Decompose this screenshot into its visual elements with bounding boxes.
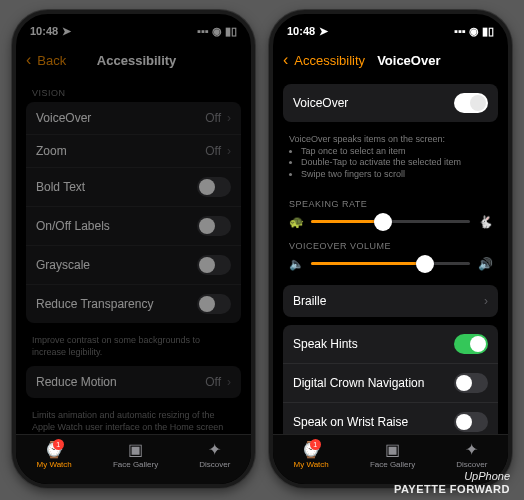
slider-header: SPEAKING RATE	[283, 197, 498, 215]
page-title: Accessibility	[97, 53, 177, 68]
watermark: UpPhone PAYETTE FORWARD	[394, 470, 510, 496]
battery-icon: ▮▯	[482, 25, 494, 38]
toggle-reduce-transparency[interactable]	[197, 294, 231, 314]
section-header-vision: VISION	[26, 76, 241, 102]
row-label: Speak on Wrist Raise	[293, 415, 408, 429]
bullet: Tap once to select an item	[301, 146, 492, 158]
row-label: Reduce Transparency	[36, 297, 153, 311]
toggle-grayscale[interactable]	[197, 255, 231, 275]
turtle-icon: 🐢	[289, 215, 303, 229]
tab-label: Discover	[456, 460, 487, 469]
tab-face-gallery[interactable]: ▣ Face Gallery	[370, 442, 415, 469]
row-bold-text: Bold Text	[26, 168, 241, 207]
reduce-motion-card: Reduce Motion Off›	[26, 366, 241, 398]
row-value: Off	[205, 144, 221, 158]
speaking-rate-slider[interactable]	[311, 220, 470, 223]
rabbit-icon: 🐇	[478, 215, 492, 229]
row-label: Grayscale	[36, 258, 90, 272]
back-chevron-icon[interactable]: ‹	[26, 51, 31, 69]
clock: 10:48	[287, 25, 315, 37]
content: VISION VoiceOver Off› Zoom Off› Bold Tex…	[16, 76, 251, 434]
chevron-right-icon: ›	[484, 294, 488, 308]
wifi-icon: ◉	[212, 25, 222, 38]
row-speak-hints: Speak Hints	[283, 325, 498, 364]
row-value: Off	[205, 111, 221, 125]
gallery-icon: ▣	[385, 442, 400, 458]
row-voiceover-master: VoiceOver	[283, 84, 498, 122]
page-title: VoiceOver	[377, 53, 440, 68]
speaking-rate-section: SPEAKING RATE 🐢 🐇	[283, 189, 498, 231]
badge: 1	[53, 439, 64, 450]
tabbar: ⌚ 1 My Watch ▣ Face Gallery ✦ Discover	[16, 434, 251, 484]
row-braille[interactable]: Braille ›	[283, 285, 498, 317]
tab-discover[interactable]: ✦ Discover	[199, 442, 230, 469]
tab-label: My Watch	[37, 460, 72, 469]
tab-label: Face Gallery	[370, 460, 415, 469]
location-icon: ➤	[319, 25, 328, 38]
row-label: Speak Hints	[293, 337, 358, 351]
voiceover-volume-slider[interactable]	[311, 262, 470, 265]
signal-icon: ▪▪▪	[197, 25, 209, 37]
tab-my-watch[interactable]: ⌚ 1 My Watch	[37, 442, 72, 469]
row-label: Reduce Motion	[36, 375, 117, 389]
back-chevron-icon[interactable]: ‹	[283, 51, 288, 69]
row-label: Zoom	[36, 144, 67, 158]
battery-icon: ▮▯	[225, 25, 237, 38]
row-speak-on-wrist-raise: Speak on Wrist Raise	[283, 403, 498, 434]
watermark-line1: UpPhone	[394, 470, 510, 483]
hint-motion: Limits animation and automatic resizing …	[26, 406, 241, 434]
row-reduce-transparency: Reduce Transparency	[26, 285, 241, 323]
tab-my-watch[interactable]: ⌚ 1 My Watch	[294, 442, 329, 469]
back-button[interactable]: Back	[37, 53, 66, 68]
bullet: Double-Tap to activate the selected item	[301, 157, 492, 169]
row-label: Braille	[293, 294, 326, 308]
tab-label: Face Gallery	[113, 460, 158, 469]
signal-icon: ▪▪▪	[454, 25, 466, 37]
desc-text: VoiceOver speaks items on the screen:	[289, 134, 445, 144]
toggle-onoff-labels[interactable]	[197, 216, 231, 236]
tab-label: My Watch	[294, 460, 329, 469]
row-reduce-motion[interactable]: Reduce Motion Off›	[26, 366, 241, 398]
row-voiceover[interactable]: VoiceOver Off›	[26, 102, 241, 135]
location-icon: ➤	[62, 25, 71, 38]
wifi-icon: ◉	[469, 25, 479, 38]
compass-icon: ✦	[465, 442, 478, 458]
vision-card: VoiceOver Off› Zoom Off› Bold Text On/Of…	[26, 102, 241, 323]
notch	[79, 14, 189, 34]
row-value: Off	[205, 375, 221, 389]
toggle-digital-crown-nav[interactable]	[454, 373, 488, 393]
voiceover-card: VoiceOver	[283, 84, 498, 122]
bullet: Swipe two fingers to scroll	[301, 169, 492, 181]
row-label: On/Off Labels	[36, 219, 110, 233]
chevron-right-icon: ›	[227, 111, 231, 125]
tab-discover[interactable]: ✦ Discover	[456, 442, 487, 469]
voiceover-description: VoiceOver speaks items on the screen: Ta…	[283, 130, 498, 189]
navbar: ‹ Accessibility VoiceOver	[273, 44, 508, 76]
badge: 1	[310, 439, 321, 450]
row-zoom[interactable]: Zoom Off›	[26, 135, 241, 168]
tab-face-gallery[interactable]: ▣ Face Gallery	[113, 442, 158, 469]
content: VoiceOver VoiceOver speaks items on the …	[273, 76, 508, 434]
toggle-voiceover[interactable]	[454, 93, 488, 113]
chevron-right-icon: ›	[227, 144, 231, 158]
row-label: VoiceOver	[36, 111, 91, 125]
navbar: ‹ Back Accessibility	[16, 44, 251, 76]
toggle-speak-hints[interactable]	[454, 334, 488, 354]
speaker-high-icon: 🔊	[478, 257, 492, 271]
toggle-bold-text[interactable]	[197, 177, 231, 197]
row-label: VoiceOver	[293, 96, 348, 110]
slider-header: VOICEOVER VOLUME	[283, 239, 498, 257]
row-grayscale: Grayscale	[26, 246, 241, 285]
back-button[interactable]: Accessibility	[294, 53, 365, 68]
voiceover-volume-section: VOICEOVER VOLUME 🔈 🔊	[283, 231, 498, 273]
braille-card: Braille ›	[283, 285, 498, 317]
tab-label: Discover	[199, 460, 230, 469]
compass-icon: ✦	[208, 442, 221, 458]
phone-left: 10:48 ➤ ▪▪▪ ◉ ▮▯ ‹ Back Accessibility VI…	[12, 10, 255, 488]
toggle-speak-wrist-raise[interactable]	[454, 412, 488, 432]
voiceover-options-card: Speak Hints Digital Crown Navigation Spe…	[283, 325, 498, 434]
row-digital-crown-nav: Digital Crown Navigation	[283, 364, 498, 403]
watermark-line2: PAYETTE FORWARD	[394, 483, 510, 496]
clock: 10:48	[30, 25, 58, 37]
speaker-low-icon: 🔈	[289, 257, 303, 271]
